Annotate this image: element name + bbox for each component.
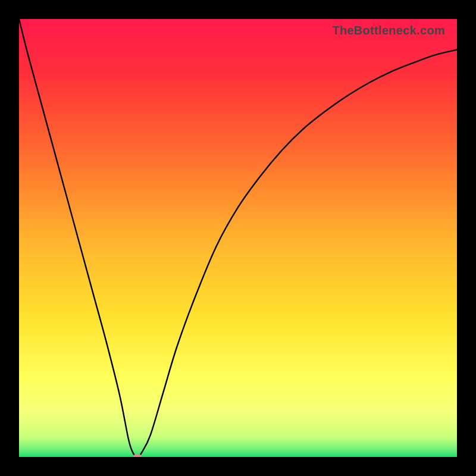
- plot-area: TheBottleneck.com: [19, 19, 457, 457]
- chart-frame: TheBottleneck.com: [0, 0, 476, 476]
- bottleneck-curve: [19, 19, 457, 457]
- optimal-point-marker: [133, 454, 142, 457]
